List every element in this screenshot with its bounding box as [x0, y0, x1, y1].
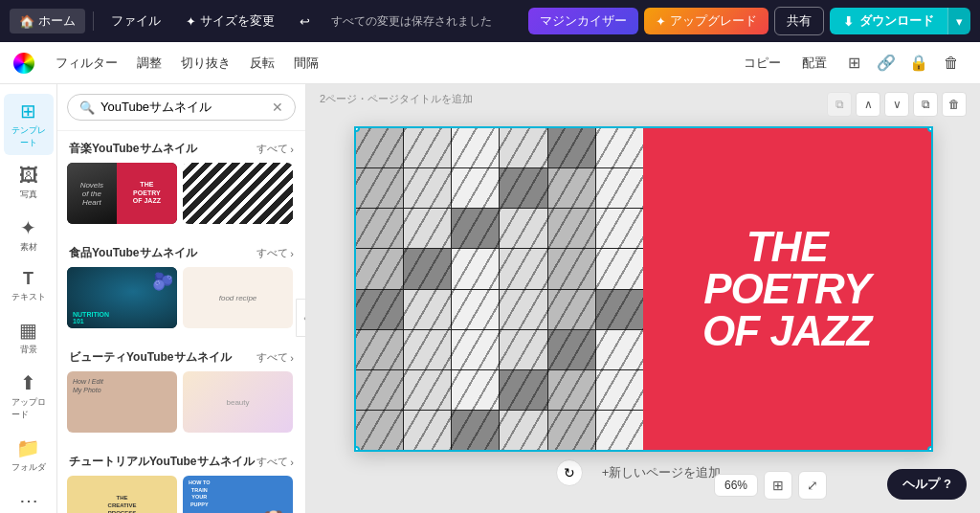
link-icon-button[interactable]: 🔗 [871, 48, 902, 78]
canvas[interactable]: THE POETRY OF JAZZ [354, 126, 933, 452]
resize-label: サイズを変更 [200, 12, 275, 30]
sidebar-upload-label: アップロード [11, 396, 46, 421]
flip-button[interactable]: 反転 [240, 50, 284, 77]
sidebar-item-material[interactable]: ✦ 素材 [4, 211, 54, 259]
canvas-main-text: THE POETRY OF JAZZ [702, 226, 871, 352]
file-button[interactable]: ファイル [101, 9, 170, 33]
share-button[interactable]: 共有 [774, 7, 824, 35]
sidebar-item-photo[interactable]: 🖼 写真 [4, 159, 54, 207]
filter-button[interactable]: フィルター [46, 50, 127, 77]
template-panel: 🔍 ✕ 音楽YouTubeサムネイル すべて › Novelsof theHea… [57, 84, 306, 513]
canvas-text-line1: THE [746, 223, 828, 270]
chevron-right-icon2: › [290, 248, 294, 259]
page-up-button[interactable]: ∧ [856, 92, 880, 117]
beauty-template-1[interactable]: How I EditMy Photo [67, 371, 177, 433]
sidebar-item-bg[interactable]: ▦ 背景 [4, 313, 54, 362]
template-icon: ⊞ [20, 100, 36, 123]
canvas-content: THE POETRY OF JAZZ [356, 128, 931, 450]
text-icon: T [23, 269, 33, 289]
panel-collapse-button[interactable]: ‹ [296, 299, 306, 337]
food-template-2[interactable]: food recipe [183, 267, 293, 328]
magicai-button[interactable]: マジンカイザー [528, 8, 638, 34]
page-copy-button[interactable]: ⧉ [827, 92, 852, 117]
resize-icon: ✦ [186, 14, 196, 29]
download-arrow-button[interactable]: ▾ [947, 8, 970, 34]
beauty-see-all[interactable]: すべて › [256, 350, 294, 365]
arrange-button[interactable]: 配置 [792, 50, 836, 77]
tutorial-see-all-label: すべて [256, 455, 288, 469]
add-page-button[interactable]: +新しいページを追加 [592, 460, 731, 485]
help-button[interactable]: ヘルプ ? [887, 469, 967, 500]
canvas-area: 2ページ・ページタイトルを追加 ⧉ ∧ ∨ ⧉ 🗑 [306, 84, 980, 513]
page-duplicate-button[interactable]: ⧉ [913, 92, 938, 117]
upgrade-button[interactable]: ✦ アップグレード [644, 8, 768, 34]
upgrade-label: アップグレード [670, 12, 757, 30]
music-section-header: 音楽YouTubeサムネイル すべて › [57, 131, 305, 163]
canvas-text-block: THE POETRY OF JAZZ [643, 128, 931, 450]
panel-search: 🔍 ✕ [57, 84, 305, 131]
grid-icon-button[interactable]: ⊞ [838, 48, 869, 78]
page-controls-top: ⧉ ∧ ∨ ⧉ 🗑 [827, 92, 967, 117]
handle-br[interactable] [927, 446, 933, 452]
refresh-button[interactable]: ↻ [556, 459, 583, 486]
sidebar-item-folder[interactable]: 📁 フォルダ [4, 431, 54, 480]
search-input[interactable] [100, 100, 266, 115]
music-template-2[interactable] [183, 163, 293, 224]
download-button[interactable]: ⬇ ダウンロード [830, 8, 947, 34]
chevron-right-icon3: › [290, 352, 294, 364]
canvas-image-left [356, 128, 644, 450]
page-down-button[interactable]: ∨ [884, 92, 909, 117]
copy-button[interactable]: コピー [734, 50, 791, 77]
grid-view-button[interactable]: ⊞ [764, 471, 792, 500]
sidebar-item-upload[interactable]: ⬆ アップロード [4, 366, 54, 427]
bg-icon: ▦ [19, 319, 37, 342]
adjust-button[interactable]: 調整 [127, 50, 171, 77]
resize-button[interactable]: ✦ サイズを変更 [176, 9, 284, 33]
beauty-section-title: ビューティYouTubeサムネイル [69, 349, 232, 366]
search-clear-button[interactable]: ✕ [272, 100, 283, 115]
spacing-button[interactable]: 間隔 [284, 50, 328, 77]
sidebar-item-text[interactable]: T テキスト [4, 263, 54, 309]
color-picker[interactable] [13, 53, 34, 74]
sidebar-photo-label: 写真 [20, 189, 37, 201]
fullscreen-button[interactable]: ⤢ [798, 471, 827, 500]
lock-icon-button[interactable]: 🔒 [903, 48, 934, 78]
tutorial-template-1[interactable]: THECREATIVEPROCESS [67, 476, 177, 513]
music-section-title: 音楽YouTubeサムネイル [69, 141, 197, 157]
top-nav: 🏠 ホーム ファイル ✦ サイズを変更 ↩ すべての変更は保存されました マジン… [0, 0, 980, 42]
tutorial-section-header: チュートリアルYouTubeサムネイル すべて › [57, 444, 305, 476]
beauty-template-2[interactable]: beauty [183, 371, 293, 433]
food-see-all[interactable]: すべて › [256, 246, 294, 260]
sidebar-item-more[interactable]: ⋯ もっと見る [4, 483, 54, 513]
file-label: ファイル [111, 12, 161, 30]
zoom-level[interactable]: 66% [714, 474, 758, 497]
canvas-text-line3: OF JAZZ [702, 307, 871, 354]
zoom-bar: 66% ⊞ ⤢ [714, 471, 827, 500]
upgrade-icon: ✦ [656, 14, 666, 29]
music-template-grid: Novelsof theHeart THEPOETRYOF JAZZ [57, 163, 305, 235]
sidebar-text-label: テキスト [11, 291, 46, 303]
tutorial-see-all[interactable]: すべて › [256, 455, 294, 469]
crop-button[interactable]: 切り抜き [171, 50, 240, 77]
music-see-all[interactable]: すべて › [256, 142, 294, 156]
tutorial-template-2[interactable]: HOW TOTRAINYOURPUPPY 🐕 [183, 476, 293, 513]
sidebar-item-template[interactable]: ⊞ テンプレート [4, 94, 54, 155]
delete-icon-button[interactable]: 🗑 [936, 48, 967, 78]
home-button[interactable]: 🏠 ホーム [10, 9, 85, 33]
handle-bl[interactable] [354, 446, 360, 452]
canvas-text-line2: POETRY [703, 265, 870, 312]
home-icon: 🏠 [19, 14, 34, 29]
music-template-1[interactable]: Novelsof theHeart THEPOETRYOF JAZZ [67, 163, 177, 224]
page-delete-button[interactable]: 🗑 [942, 92, 967, 117]
food-template-grid: NUTRITION101 🫐 food recipe [57, 267, 305, 340]
canvas-bottom-controls: ↻ +新しいページを追加 [556, 459, 731, 486]
photo-icon: 🖼 [19, 165, 38, 187]
beauty-see-all-label: すべて [256, 350, 288, 365]
toolbar2-right: コピー 配置 ⊞ 🔗 🔒 🗑 [734, 48, 967, 78]
search-box: 🔍 ✕ [67, 94, 296, 121]
undo-button[interactable]: ↩ [290, 11, 320, 33]
more-icon: ⋯ [19, 489, 38, 512]
sidebar-bg-label: 背景 [20, 344, 37, 356]
home-label: ホーム [38, 12, 76, 30]
food-template-1[interactable]: NUTRITION101 🫐 [67, 267, 177, 328]
